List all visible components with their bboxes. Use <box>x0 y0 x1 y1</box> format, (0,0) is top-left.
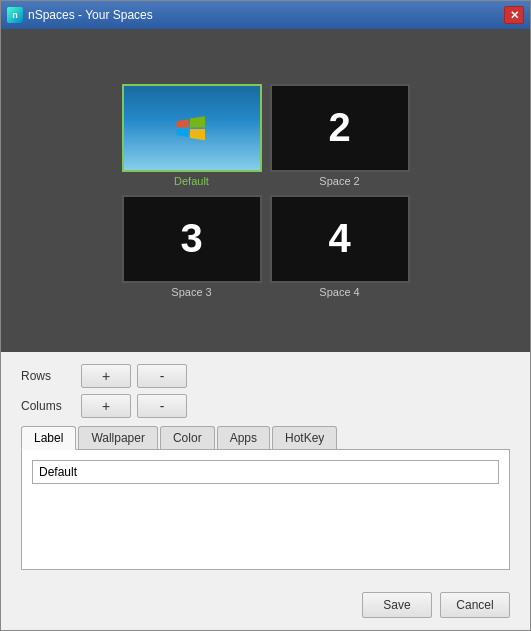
spaces-area: Default 2 Space 2 3 Space 3 4 <box>1 29 530 352</box>
space-item-4[interactable]: 4 Space 4 <box>270 195 410 298</box>
space-label-3: Space 3 <box>171 286 211 298</box>
app-icon: n <box>7 7 23 23</box>
titlebar: n nSpaces - Your Spaces ✕ <box>1 1 530 29</box>
save-button[interactable]: Save <box>362 592 432 618</box>
windows-logo <box>169 105 214 150</box>
space-label-default: Default <box>174 175 209 187</box>
tab-apps[interactable]: Apps <box>217 426 270 449</box>
space-thumb-default[interactable] <box>122 84 262 172</box>
space-number-3: 3 <box>180 216 202 261</box>
cols-plus-button[interactable]: + <box>81 394 131 418</box>
space-label-4: Space 4 <box>319 286 359 298</box>
space-number-4: 4 <box>328 216 350 261</box>
space-item-2[interactable]: 2 Space 2 <box>270 84 410 187</box>
space-item-3[interactable]: 3 Space 3 <box>122 195 262 298</box>
tab-content-label <box>21 450 510 570</box>
titlebar-left: n nSpaces - Your Spaces <box>7 7 153 23</box>
tabs-bar: Label Wallpaper Color Apps HotKey <box>21 426 510 450</box>
cols-control: Colums + - <box>21 394 510 418</box>
rows-minus-button[interactable]: - <box>137 364 187 388</box>
tab-color[interactable]: Color <box>160 426 215 449</box>
cols-minus-button[interactable]: - <box>137 394 187 418</box>
tab-hotkey[interactable]: HotKey <box>272 426 337 449</box>
close-button[interactable]: ✕ <box>504 6 524 24</box>
label-input[interactable] <box>32 460 499 484</box>
space-thumb-2[interactable]: 2 <box>270 84 410 172</box>
tabs-section: Label Wallpaper Color Apps HotKey <box>21 426 510 570</box>
rows-label: Rows <box>21 369 81 383</box>
cols-label: Colums <box>21 399 81 413</box>
tab-wallpaper[interactable]: Wallpaper <box>78 426 158 449</box>
space-thumb-3[interactable]: 3 <box>122 195 262 283</box>
rows-plus-button[interactable]: + <box>81 364 131 388</box>
space-number-2: 2 <box>328 105 350 150</box>
space-thumb-4[interactable]: 4 <box>270 195 410 283</box>
window-title: nSpaces - Your Spaces <box>28 8 153 22</box>
space-label-2: Space 2 <box>319 175 359 187</box>
cancel-button[interactable]: Cancel <box>440 592 510 618</box>
spaces-grid: Default 2 Space 2 3 Space 3 4 <box>122 84 410 298</box>
controls-area: Rows + - Colums + - Label Wallpaper Colo… <box>1 352 530 582</box>
bottom-buttons: Save Cancel <box>1 582 530 630</box>
main-window: n nSpaces - Your Spaces ✕ <box>0 0 531 631</box>
space-item-default[interactable]: Default <box>122 84 262 187</box>
tab-label[interactable]: Label <box>21 426 76 450</box>
rows-control: Rows + - <box>21 364 510 388</box>
